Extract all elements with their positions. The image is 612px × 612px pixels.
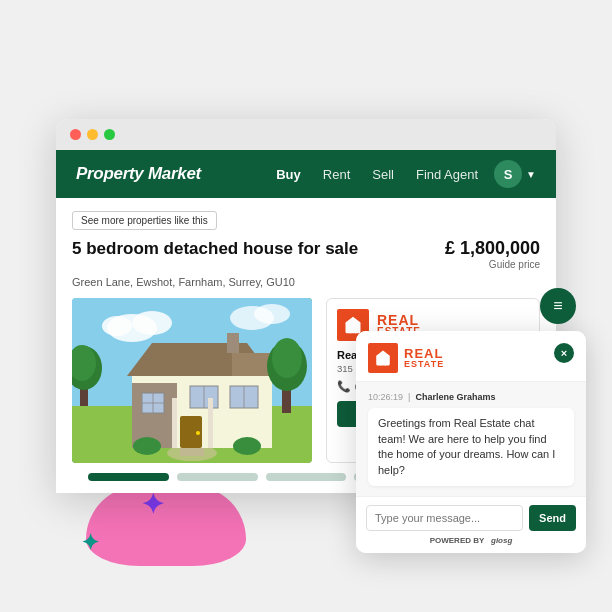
price-guide-label: Guide price (445, 259, 540, 270)
giosg-brand: giosg (491, 536, 512, 545)
chat-logo-bottom: ESTATE (404, 360, 444, 369)
svg-point-3 (102, 316, 132, 336)
chat-bubble-symbol: ≡ (553, 297, 562, 315)
phone-icon: 📞 (337, 380, 351, 393)
chat-agent-name: Charlene Grahams (415, 392, 495, 402)
nav-link-find-agent[interactable]: Find Agent (416, 167, 478, 182)
property-address: Green Lane, Ewshot, Farnham, Surrey, GU1… (72, 276, 540, 288)
chat-timestamp: 10:26:19 | Charlene Grahams (368, 392, 574, 402)
svg-point-2 (132, 311, 172, 335)
property-header: 5 bedroom detached house for sale £ 1,80… (72, 238, 540, 270)
browser-chrome (56, 119, 556, 150)
powered-by-label: POWERED BY (430, 536, 485, 545)
decorative-blob (86, 486, 246, 566)
property-image (72, 298, 312, 463)
svg-rect-27 (208, 398, 213, 448)
property-price: £ 1,800,000 (445, 238, 540, 259)
chat-header-top: REAL ESTATE × (368, 343, 574, 373)
navbar: Property Market Buy Rent Sell Find Agent… (56, 150, 556, 198)
chat-logo-icon (368, 343, 398, 373)
chat-close-button[interactable]: × (554, 343, 574, 363)
chat-logo-text: REAL ESTATE (404, 347, 444, 369)
nav-chevron-icon: ▼ (526, 169, 536, 180)
chat-send-button[interactable]: Send (529, 505, 576, 531)
nav-links: Buy Rent Sell Find Agent (276, 167, 478, 182)
powered-by: POWERED BY giosg (366, 536, 576, 545)
nav-avatar[interactable]: S (494, 160, 522, 188)
nav-link-sell[interactable]: Sell (372, 167, 394, 182)
scene: ✦ ✦ ≡ Property Market Buy Rent Sell Find… (26, 26, 586, 586)
nav-link-buy[interactable]: Buy (276, 167, 301, 182)
nav-link-rent[interactable]: Rent (323, 167, 350, 182)
close-dot[interactable] (70, 129, 81, 140)
chat-body: 10:26:19 | Charlene Grahams Greetings fr… (356, 382, 586, 496)
nav-brand: Property Market (76, 164, 276, 184)
chat-widget: REAL ESTATE × 10:26:19 | Charlene Graham… (356, 331, 586, 553)
svg-rect-26 (172, 398, 177, 448)
svg-point-28 (133, 437, 161, 455)
price-section: £ 1,800,000 Guide price (445, 238, 540, 270)
minimize-dot[interactable] (87, 129, 98, 140)
svg-point-32 (272, 338, 302, 378)
chat-input[interactable] (366, 505, 523, 531)
tab-1[interactable] (177, 473, 258, 481)
maximize-dot[interactable] (104, 129, 115, 140)
star-teal-icon: ✦ (81, 530, 99, 556)
chat-message: Greetings from Real Estate chat team! We… (368, 408, 574, 486)
property-title: 5 bedroom detached house for sale (72, 238, 429, 260)
tab-2[interactable] (266, 473, 347, 481)
see-more-button[interactable]: See more properties like this (72, 211, 217, 230)
svg-point-25 (196, 431, 200, 435)
tab-0[interactable] (88, 473, 169, 481)
browser-window: Property Market Buy Rent Sell Find Agent… (56, 119, 556, 493)
chat-bubble-icon[interactable]: ≡ (540, 288, 576, 324)
chat-logo: REAL ESTATE (368, 343, 444, 373)
svg-rect-16 (227, 333, 239, 353)
agent-name-top: REAL (377, 313, 421, 327)
chat-header: REAL ESTATE × (356, 331, 586, 382)
chat-time: 10:26:19 (368, 392, 403, 402)
svg-point-29 (233, 437, 261, 455)
svg-point-5 (254, 304, 290, 324)
chat-footer: Send POWERED BY giosg (356, 496, 586, 553)
chat-input-row: Send (366, 505, 576, 531)
